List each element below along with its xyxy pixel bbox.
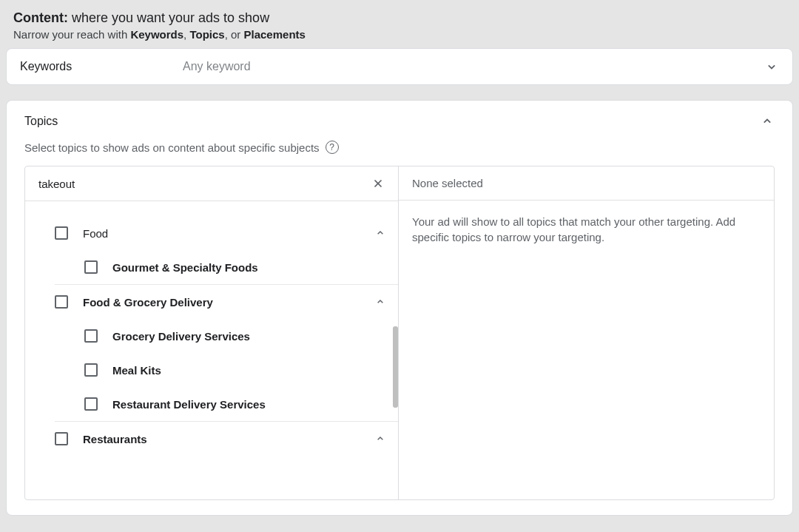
- checkbox[interactable]: [55, 295, 68, 309]
- topic-row-grocery[interactable]: Grocery Delivery Services: [84, 319, 398, 353]
- topic-row-fgd[interactable]: Food & Grocery Delivery: [55, 284, 398, 319]
- selected-body: Your ad will show to all topics that mat…: [399, 201, 774, 258]
- selected-header: None selected: [399, 166, 774, 201]
- topic-label: Gourmet & Specialty Foods: [112, 261, 398, 274]
- topics-card: Topics Select topics to show ads on cont…: [6, 100, 793, 516]
- topics-description: Select topics to show ads on content abo…: [24, 141, 320, 154]
- chevron-down-icon: [764, 59, 779, 74]
- subtitle-a: Narrow your reach with: [13, 28, 130, 41]
- topic-label: Food: [83, 227, 374, 240]
- chevron-up-icon[interactable]: [374, 433, 386, 445]
- content-header: Content: where you want your ads to show…: [6, 6, 793, 48]
- topic-row-mealkits[interactable]: Meal Kits: [84, 353, 398, 387]
- topic-label: Meal Kits: [112, 364, 398, 377]
- checkbox[interactable]: [55, 432, 68, 445]
- content-title-strong: Content:: [13, 10, 68, 25]
- chevron-up-icon: [760, 114, 775, 129]
- content-title-rest: where you want your ads to show: [68, 10, 269, 25]
- checkbox[interactable]: [84, 397, 98, 411]
- topics-panel: Food Gourmet & Specialty Foods Food & Gr…: [24, 166, 775, 500]
- topic-label: Restaurant Delivery Services: [112, 398, 398, 411]
- topics-tree: Food Gourmet & Specialty Foods Food & Gr…: [25, 201, 398, 463]
- topics-label: Topics: [24, 115, 760, 128]
- topics-left-panel: Food Gourmet & Specialty Foods Food & Gr…: [25, 166, 399, 499]
- checkbox[interactable]: [55, 226, 68, 240]
- chevron-up-icon[interactable]: [374, 296, 386, 308]
- chevron-up-icon[interactable]: [374, 227, 386, 239]
- topic-label: Restaurants: [83, 433, 374, 445]
- subtitle-c: , or: [225, 28, 244, 41]
- topics-search-row: [25, 166, 398, 201]
- topics-search-input[interactable]: [38, 178, 371, 190]
- topic-label: Food & Grocery Delivery: [83, 296, 374, 309]
- keywords-card[interactable]: Keywords Any keyword: [6, 48, 793, 85]
- subtitle-placements: Placements: [244, 28, 306, 41]
- topic-row-gourmet[interactable]: Gourmet & Specialty Foods: [84, 250, 398, 284]
- checkbox[interactable]: [84, 363, 98, 377]
- topic-label: Grocery Delivery Services: [112, 330, 398, 343]
- scrollbar-thumb[interactable]: [393, 326, 398, 408]
- checkbox[interactable]: [84, 260, 98, 274]
- close-icon[interactable]: [371, 177, 385, 190]
- content-subtitle: Narrow your reach with Keywords, Topics,…: [13, 28, 786, 41]
- topics-right-panel: None selected Your ad will show to all t…: [399, 166, 774, 499]
- topics-description-row: Select topics to show ads on content abo…: [7, 136, 792, 166]
- subtitle-topics: Topics: [189, 28, 224, 41]
- keywords-value: Any keyword: [183, 60, 764, 73]
- topic-row-restaurants[interactable]: Restaurants: [55, 421, 398, 456]
- help-icon[interactable]: ?: [326, 141, 339, 154]
- topics-header[interactable]: Topics: [7, 101, 792, 129]
- topic-row-restaurant-delivery[interactable]: Restaurant Delivery Services: [84, 387, 398, 421]
- topic-row-food[interactable]: Food: [55, 216, 398, 250]
- content-title: Content: where you want your ads to show: [13, 10, 786, 26]
- keywords-label: Keywords: [20, 60, 183, 73]
- checkbox[interactable]: [84, 329, 98, 343]
- subtitle-keywords: Keywords: [130, 28, 183, 41]
